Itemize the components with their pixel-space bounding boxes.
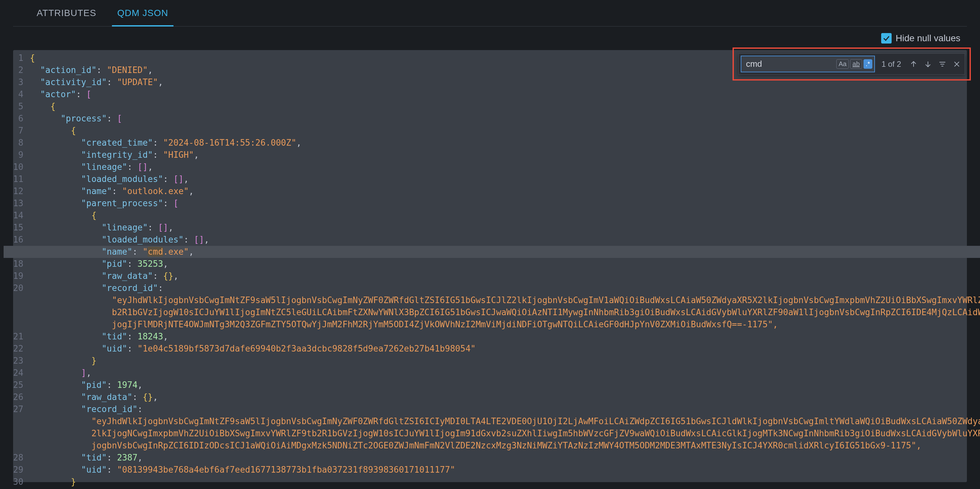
find-input[interactable] [743, 57, 835, 70]
find-input-container: Aa ab .* [741, 56, 875, 72]
json-editor: Aa ab .* 1 of 2 123456789101112131415161… [13, 50, 967, 482]
hide-null-checkbox[interactable] [881, 33, 892, 43]
find-result-count: 1 of 2 [878, 60, 905, 69]
filter-icon [939, 60, 946, 68]
arrow-up-icon [910, 60, 918, 68]
find-close-button[interactable] [951, 58, 963, 70]
tab-attributes[interactable]: ATTRIBUTES [26, 0, 107, 26]
tab-bar: ATTRIBUTES QDM JSON [13, 0, 967, 27]
line-gutter: 1234567891011121314151617181920212223242… [13, 52, 30, 488]
find-next-button[interactable] [922, 58, 934, 70]
code-content: { "action_id": "DENIED", "activity_id": … [30, 52, 980, 488]
code-area[interactable]: 1234567891011121314151617181920212223242… [13, 50, 967, 488]
find-panel-highlight: Aa ab .* 1 of 2 [733, 48, 971, 81]
find-panel: Aa ab .* 1 of 2 [738, 53, 965, 75]
hide-null-label: Hide null values [896, 33, 960, 43]
find-filter-button[interactable] [937, 58, 948, 70]
whole-word-toggle[interactable]: ab [850, 59, 862, 69]
match-case-toggle[interactable]: Aa [836, 59, 849, 69]
tab-qdm-json[interactable]: QDM JSON [107, 0, 179, 26]
close-icon [953, 60, 961, 68]
regex-toggle[interactable]: .* [864, 59, 872, 69]
find-prev-button[interactable] [908, 58, 920, 70]
arrow-down-icon [924, 60, 932, 68]
checkmark-icon [883, 34, 890, 42]
toolbar: Hide null values [0, 27, 980, 48]
